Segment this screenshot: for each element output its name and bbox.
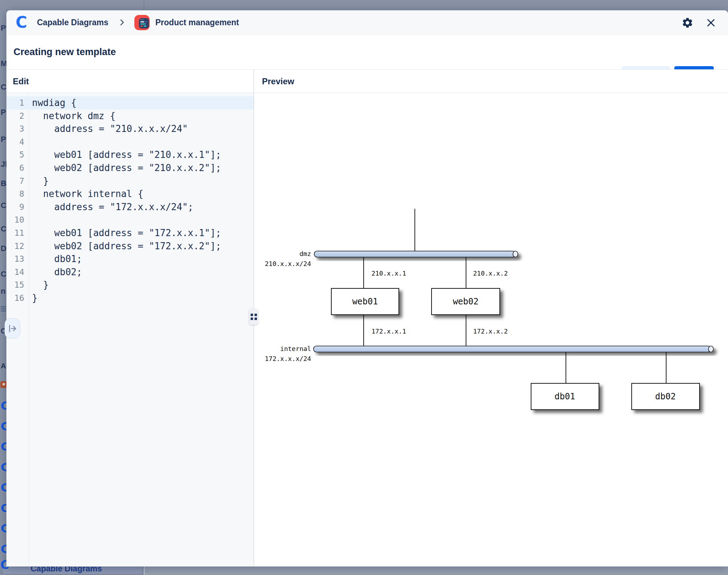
product-management-space-icon [134, 15, 150, 30]
split-drag-handle[interactable] [249, 309, 258, 325]
code-text: network dmz { [28, 110, 116, 123]
sidebar-item-fragment: Cl [1, 270, 7, 279]
sidebar-expand-button[interactable] [5, 318, 20, 339]
sidebar-item-fragment: By [1, 179, 7, 188]
network-bar-dmz [314, 251, 518, 257]
capable-diagrams-logo-icon: C [1, 481, 7, 494]
code-text: db01; [28, 252, 82, 266]
capable-diagrams-logo-icon: C [1, 460, 7, 474]
line-number: 12 [6, 240, 28, 253]
line-number: 4 [6, 135, 28, 149]
grip-dots-icon [251, 314, 257, 320]
code-line[interactable]: 12 web02 [address = "172.x.x.2"]; [6, 240, 253, 253]
code-line[interactable]: 6 web02 [address = "210.x.x.2"]; [6, 161, 253, 175]
code-text: } [28, 292, 38, 305]
line-number: 6 [6, 161, 28, 175]
sidebar-item-fragment: Cl [1, 82, 7, 92]
node-label-web01: web01 [352, 297, 378, 307]
capable-diagrams-logo-icon: C [1, 420, 7, 433]
line-number: 13 [6, 252, 28, 266]
line-number: 14 [6, 266, 28, 279]
network-name-dmz: dmz [299, 250, 311, 257]
code-line[interactable]: 9 address = "172.x.x.x/24"; [6, 201, 253, 214]
ip-label-internal-web01: 172.x.x.1 [371, 328, 406, 335]
code-text: web02 [address = "172.x.x.2"]; [28, 240, 221, 253]
code-lines: 1nwdiag {2 network dmz {3 address = "210… [6, 96, 253, 305]
line-number: 3 [6, 122, 28, 135]
network-name-internal: internal [280, 345, 311, 352]
code-line[interactable]: 13 db01; [6, 252, 253, 266]
close-icon [706, 17, 716, 28]
code-line[interactable]: 4 [6, 135, 253, 149]
code-text: web01 [address = "172.x.x.1"]; [28, 227, 221, 240]
sidebar-section-fragment: AP [1, 362, 7, 370]
settings-button[interactable] [681, 16, 694, 29]
code-text: web02 [address = "210.x.x.2"]; [28, 161, 221, 175]
screen: PrMClPrPrJlByCaCaDClnCrAPCCCCCCCC C Capa… [0, 0, 728, 575]
sidebar-item-fragment: Pr [1, 135, 7, 144]
node-label-db02: db02 [655, 392, 676, 401]
network-diagram: dmz 210.x.x.x/24 210.x.x.1 210.x.x.2 web… [254, 93, 728, 566]
gear-icon [681, 17, 694, 29]
code-line[interactable]: 7 } [6, 175, 253, 188]
sidebar-item-fragment: Ca [1, 201, 7, 210]
line-number: 1 [6, 96, 28, 110]
code-line[interactable]: 14 db02; [6, 266, 253, 279]
line-number: 8 [6, 187, 28, 201]
close-button[interactable] [705, 16, 717, 29]
code-editor[interactable]: 1nwdiag {2 network dmz {3 address = "210… [6, 93, 253, 566]
code-line[interactable]: 1nwdiag { [6, 96, 253, 110]
main-split: 1nwdiag {2 network dmz {3 address = "210… [6, 93, 728, 566]
network-address-dmz: 210.x.x.x/24 [265, 260, 311, 267]
network-address-internal: 172.x.x.x/24 [265, 355, 311, 362]
code-text: db02; [28, 266, 82, 279]
line-number: 11 [6, 227, 28, 240]
breadcrumb-space-name[interactable]: Product management [155, 10, 239, 34]
capable-diagrams-logo-icon: C [1, 501, 7, 515]
breadcrumb-app-name[interactable]: Capable Diagrams [37, 10, 108, 34]
node-label-web02: web02 [453, 297, 478, 307]
code-line[interactable]: 2 network dmz { [6, 110, 253, 123]
code-line[interactable]: 15 } [6, 278, 253, 292]
list-icon [1, 306, 6, 313]
code-text [28, 213, 32, 227]
code-text: address = "210.x.x.x/24" [28, 122, 188, 135]
code-line[interactable]: 8 network internal { [6, 187, 253, 201]
line-number: 15 [6, 278, 28, 292]
capable-diagrams-logo-icon: C [1, 542, 7, 556]
code-text [28, 135, 32, 149]
line-number: 7 [6, 175, 28, 188]
diagram-preview: dmz 210.x.x.x/24 210.x.x.1 210.x.x.2 web… [254, 93, 728, 566]
template-editor-dialog: C Capable Diagrams Product management [6, 10, 728, 566]
dimmed-page-top [0, 0, 728, 10]
code-text: web01 [address = "210.x.x.1"]; [28, 148, 221, 161]
code-line[interactable]: 5 web01 [address = "210.x.x.1"]; [6, 148, 253, 161]
sidebar-item-fragment: Pr [1, 23, 7, 33]
page-title: Creating new template [14, 34, 116, 69]
sidebar-item-fragment: M [1, 59, 7, 68]
code-text: network internal { [28, 187, 143, 201]
code-text: } [28, 278, 49, 292]
node-label-db01: db01 [555, 392, 575, 401]
code-line[interactable]: 3 address = "210.x.x.x/24" [6, 122, 253, 135]
code-text: } [28, 175, 49, 188]
ip-label-internal-web02: 172.x.x.2 [473, 328, 508, 335]
chevron-right-icon [118, 18, 126, 28]
dialog-header: C Capable Diagrams Product management [6, 10, 728, 34]
sidebar-item-fragment: Ca [1, 224, 7, 234]
code-text: nwdiag { [28, 96, 76, 110]
code-line[interactable]: 11 web01 [address = "172.x.x.1"]; [6, 227, 253, 240]
expand-right-icon [7, 324, 17, 333]
dimmed-sidebar-divider [144, 0, 144, 10]
preview-panel-label: Preview [262, 70, 294, 93]
line-number: 16 [6, 292, 28, 305]
network-bar-internal [314, 346, 713, 352]
capable-diagrams-logo-icon: C [1, 399, 7, 412]
ip-label-dmz-web01: 210.x.x.1 [371, 270, 406, 277]
line-number: 5 [6, 148, 28, 161]
code-line[interactable]: 10 [6, 213, 253, 227]
panels-header: Edit Preview [6, 69, 728, 93]
capable-diagrams-logo-icon: C [16, 14, 27, 31]
code-line[interactable]: 16} [6, 292, 253, 305]
sidebar-item-fragment: Pr [1, 108, 7, 117]
